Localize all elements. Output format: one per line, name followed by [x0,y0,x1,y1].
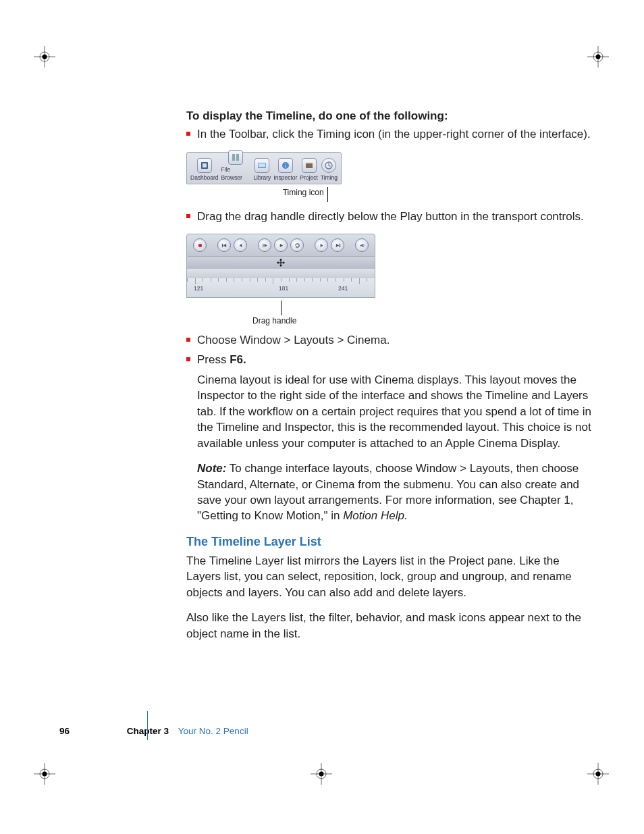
bullet-text: In the Toolbar, click the Timing icon (i… [197,126,594,142]
toolbar-item-timing[interactable]: Timing [321,158,338,182]
bullet-icon [186,132,190,136]
toolbar-item-label: Project [300,174,317,182]
bullet-icon [186,338,190,342]
page-footer: 96 Chapter 3 Your No. 2 Pencil [59,726,599,736]
play-from-start-button[interactable] [258,238,271,252]
svg-point-2 [40,52,49,61]
bullet-text-pre: Press [197,353,230,366]
note-reference: Motion Help. [343,509,407,522]
svg-rect-29 [306,163,313,164]
svg-marker-36 [239,244,242,247]
body-paragraph: Cinema layout is ideal for use with Cine… [197,372,594,451]
step-back-button[interactable] [234,238,247,252]
inspector-icon: i [278,158,293,173]
figure-transport: 121 181 241 Drag handle [186,234,375,327]
svg-point-33 [198,244,201,247]
callout-leader-line [281,301,281,315]
callout-label: Timing icon [283,188,324,197]
chapter-title: Your No. 2 Pencil [178,726,248,736]
page-number: 96 [59,726,85,736]
dashboard-icon [197,158,212,173]
svg-marker-50 [279,265,282,267]
timing-icon [321,158,336,173]
svg-rect-37 [263,244,263,247]
crop-mark-bottom-center [311,763,332,785]
svg-rect-22 [232,154,235,161]
timeline-ruler[interactable]: 121 181 241 [186,278,375,298]
step-forward-button[interactable] [315,238,328,252]
keyboard-key: F6. [230,353,246,366]
drag-handle-icon [275,259,286,267]
svg-point-3 [43,55,47,59]
crop-mark-bottom-left [34,763,55,785]
svg-marker-48 [284,261,286,264]
ruler-label: 241 [338,285,348,293]
figure-toolbar: Dashboard File Browser Library i Inspect… [186,152,342,202]
bullet-item: Drag the drag handle directly below the … [186,209,594,224]
spacer-bar [186,269,375,278]
crop-mark-top-right [587,46,609,68]
svg-rect-43 [339,244,340,247]
go-to-end-button[interactable] [331,238,344,252]
bullet-icon [186,357,190,361]
svg-point-14 [317,769,326,779]
svg-rect-25 [259,163,265,167]
svg-rect-23 [236,154,239,161]
loop-button[interactable] [290,238,304,252]
page-content: To display the Timeline, do one of the f… [88,108,594,651]
section-heading: The Timeline Layer List [186,533,594,550]
ruler-label: 181 [279,285,288,293]
svg-marker-35 [223,244,226,247]
svg-marker-42 [336,244,339,247]
toolbar-item-project[interactable]: Project [300,158,317,182]
body-paragraph: The Timeline Layer list mirrors the Laye… [186,553,594,600]
play-button[interactable] [274,238,288,252]
toolbar-item-file-browser[interactable]: File Browser [221,150,251,182]
toolbar-item-label: Timing [321,174,338,182]
record-button[interactable] [193,238,207,252]
note-paragraph: Note: To change interface layouts, choos… [197,461,594,524]
svg-marker-38 [264,244,267,247]
toolbar: Dashboard File Browser Library i Inspect… [186,152,342,184]
svg-rect-21 [203,163,207,167]
svg-point-15 [319,772,324,777]
project-icon [302,158,317,173]
toolbar-item-dashboard[interactable]: Dashboard [190,158,219,182]
svg-marker-44 [360,244,363,247]
toolbar-item-inspector[interactable]: i Inspector [273,158,297,182]
svg-marker-47 [277,261,279,264]
footer-rule [147,711,148,740]
toolbar-item-label: Inspector [273,174,297,182]
instruction-heading: To display the Timeline, do one of the f… [186,108,594,124]
svg-marker-49 [279,259,282,261]
ruler-label: 121 [194,285,203,293]
crop-mark-bottom-right [587,763,609,785]
toolbar-item-label: Dashboard [190,174,219,182]
svg-point-7 [596,55,601,59]
bullet-item: Press F6. [186,352,594,367]
svg-point-19 [596,772,601,777]
svg-marker-39 [279,244,283,247]
figure-callout: Timing icon [186,187,328,202]
ruler-ticks [187,278,375,285]
toolbar-item-library[interactable]: Library [253,158,271,182]
svg-point-18 [593,769,603,779]
body-paragraph: Also like the Layers list, the filter, b… [186,610,594,642]
go-to-start-button[interactable] [217,238,231,252]
svg-point-6 [593,52,603,61]
toolbar-item-label: File Browser [221,166,251,182]
bullet-text: Choose Window > Layouts > Cinema. [197,332,594,348]
note-label: Note: [197,462,226,475]
library-icon [254,158,269,173]
toolbar-item-label: Library [253,174,271,182]
svg-rect-34 [221,244,222,247]
svg-line-32 [329,165,331,167]
bullet-item: Choose Window > Layouts > Cinema. [186,332,594,348]
audio-button[interactable] [355,238,369,252]
drag-bar[interactable] [186,257,375,269]
callout-leader-line [327,187,328,202]
svg-point-11 [43,772,47,777]
crop-mark-top-left [34,46,55,68]
bullet-item: In the Toolbar, click the Timing icon (i… [186,126,594,142]
callout-label: Drag handle [252,315,296,327]
